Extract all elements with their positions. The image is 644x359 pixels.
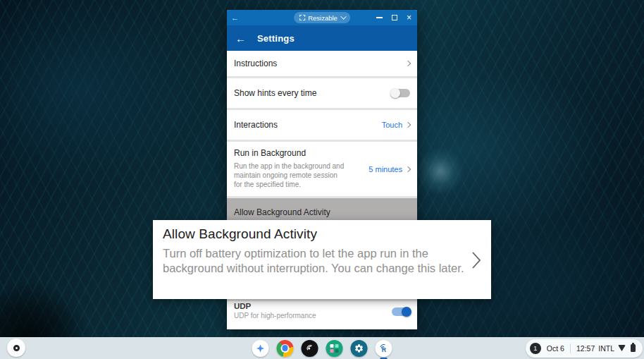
signal-app-icon[interactable] [302,340,318,357]
popup-title: Allow Background Activity [163,226,481,242]
broadcast-glyph [305,343,314,353]
app-header: ← Settings [227,25,417,51]
row-label: Show hints every time [234,88,316,98]
row-show-hints[interactable]: Show hints every time [227,78,417,108]
row-label: Run in Background [234,148,345,158]
magnifier-popup[interactable]: Allow Background Activity Turn off batte… [153,220,491,299]
resizable-mode-button[interactable]: Resizable [294,12,350,23]
four-point-star-glyph [256,343,266,353]
row-label: Interactions [234,120,278,130]
battery-icon [631,344,636,352]
launcher-icon [13,345,20,351]
settings-gear-icon[interactable] [351,340,368,357]
chrome-icon[interactable] [277,340,294,357]
tray-network-label: INTL [598,344,614,353]
chevron-right-icon [405,166,411,171]
back-arrow-icon[interactable]: ← [235,32,246,44]
page-title: Settings [257,33,295,44]
status-tray[interactable]: 1 Oct 6 12:57 INTL [526,339,643,358]
row-run-in-background[interactable]: Run in Background Run the app in the bac… [227,142,417,196]
gear-glyph [354,343,364,353]
shelf-app-icons: R [252,340,392,357]
caption-back-icon[interactable]: ← [231,13,244,22]
row-instructions[interactable]: Instructions [227,51,417,76]
chevron-right-icon [405,122,411,128]
show-hints-toggle[interactable] [392,89,410,97]
window-controls: × [376,14,413,21]
minimize-button[interactable] [376,17,383,18]
window-caption-bar: ← Resizable × [227,10,417,25]
apps-grid-icon[interactable] [326,340,343,357]
assistant-star-icon[interactable] [252,340,269,357]
close-button[interactable]: × [407,14,411,21]
popup-description: Turn off battery optimization to let the… [163,246,467,276]
resize-corners-icon [299,15,305,20]
tray-date: Oct 6 [547,344,564,353]
interactions-value: Touch [382,121,402,129]
remote-desktop-app-icon[interactable]: R [376,340,392,357]
row-label: Allow Background Activity [234,207,330,217]
row-interactions[interactable]: Interactions Touch [227,110,417,140]
row-description: Run the app in the background and mainta… [234,162,345,190]
notification-count-badge[interactable]: 1 [530,343,541,354]
row-label: UDP [234,302,316,310]
row-udp[interactable]: UDP UDP for high-performance [227,301,417,329]
udp-toggle[interactable] [392,308,410,316]
row-description: UDP for high-performance [234,312,316,320]
chevron-down-icon [340,13,346,19]
desktop-wallpaper: ← Resizable × ← Settings Instructions [0,0,644,359]
remote-r-glyph: R [378,343,390,354]
chevron-right-icon [405,61,411,66]
resizable-label: Resizable [308,14,338,22]
svg-text:R: R [382,346,387,353]
launcher-button[interactable] [7,339,25,357]
maximize-button[interactable] [392,15,397,20]
tray-divider [570,343,571,353]
tray-time: 12:57 [576,344,595,353]
chevron-right-icon [471,251,481,269]
run-background-value: 5 minutes [369,165,402,174]
shelf: R 1 Oct 6 12:57 INTL [0,337,644,359]
wifi-icon [618,345,626,351]
row-label: Instructions [234,59,277,68]
